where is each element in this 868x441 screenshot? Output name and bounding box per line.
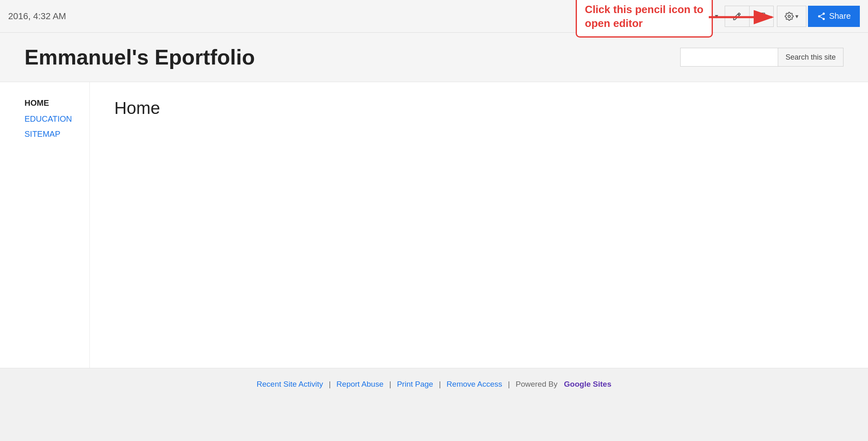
page-content: Home [90, 82, 868, 368]
footer-print-page[interactable]: Print Page [397, 380, 433, 389]
site-header: Emmanuel's Eportfolio Search this site [0, 33, 868, 82]
footer-links: Recent Site Activity | Report Abuse | Pr… [0, 380, 868, 389]
footer-remove-access[interactable]: Remove Access [447, 380, 502, 389]
footer-sep-3: | [439, 380, 441, 389]
search-area: Search this site [680, 48, 844, 67]
footer-google-sites[interactable]: Google Sites [564, 380, 611, 388]
footer-sep-1: | [329, 380, 331, 389]
share-icon [817, 12, 826, 21]
gear-dropdown-arrow: ▾ [795, 13, 799, 20]
timestamp: 2016, 4:32 AM [8, 11, 66, 22]
share-button[interactable]: Share [808, 6, 860, 27]
footer-sep-4: | [508, 380, 510, 389]
svg-point-5 [788, 15, 790, 18]
gear-icon [785, 12, 794, 21]
footer-powered-by: Powered By Google Sites [516, 380, 611, 389]
sidebar-item-sitemap[interactable]: SITEMAP [24, 129, 77, 139]
search-input[interactable] [680, 48, 778, 67]
sidebar: HOME EDUCATION SITEMAP [0, 82, 90, 368]
sidebar-item-education[interactable]: EDUCATION [24, 114, 77, 124]
main-content: HOME EDUCATION SITEMAP Home [0, 82, 868, 368]
sidebar-item-home[interactable]: HOME [24, 98, 77, 108]
footer-report-abuse[interactable]: Report Abuse [336, 380, 383, 389]
arrow-indicator [709, 5, 782, 31]
page-heading: Home [114, 98, 844, 118]
callout-tooltip: Click this pencil icon to open editor [576, 0, 713, 38]
share-label: Share [829, 11, 851, 21]
top-bar: 2016, 4:32 AM Click this pencil icon to … [0, 0, 868, 33]
site-title: Emmanuel's Eportfolio [24, 45, 255, 69]
search-button[interactable]: Search this site [778, 48, 844, 67]
footer-sep-2: | [389, 380, 391, 389]
footer-recent-activity[interactable]: Recent Site Activity [257, 380, 323, 389]
footer: Recent Site Activity | Report Abuse | Pr… [0, 368, 868, 400]
